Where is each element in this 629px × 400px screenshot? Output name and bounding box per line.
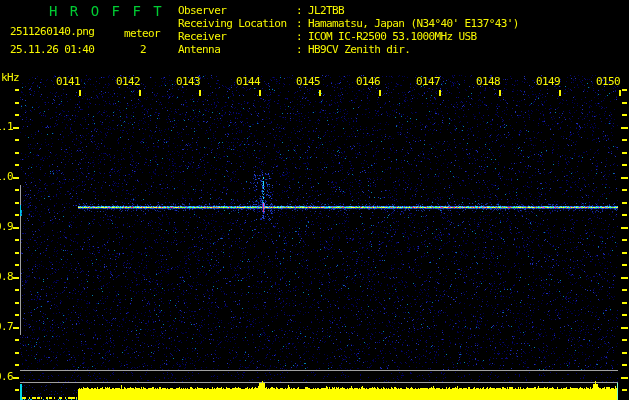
freq-tick-label: 1.0: [0, 171, 13, 183]
time-tick-label: 0145: [296, 76, 320, 88]
freq-tick-label: 0.7: [0, 321, 13, 333]
freq-tick-label: 0.9: [0, 221, 13, 233]
spectrogram-canvas: [0, 0, 629, 400]
station-label: Antenna: [178, 44, 296, 57]
station-info: Observer:JL2TBB Receiving Location:Hamam…: [178, 5, 519, 57]
capture-filename: 2511260140.png: [10, 26, 94, 38]
capture-datetime: 25.11.26 01:40: [10, 44, 94, 56]
time-tick-label: 0146: [356, 76, 380, 88]
app-title: H R O F F T: [49, 4, 164, 19]
time-tick-label: 0147: [416, 76, 440, 88]
station-row-antenna: Antenna:HB9CV Zenith dir.: [178, 44, 519, 57]
freq-tick-label: 1.1: [0, 121, 13, 133]
time-tick-label: 0144: [236, 76, 260, 88]
hrofft-window: H R O F F T 2511260140.png meteor 25.11.…: [0, 0, 629, 400]
time-tick-label: 0148: [476, 76, 500, 88]
time-tick-label: 0141: [56, 76, 80, 88]
station-value: HB9CV Zenith dir.: [308, 44, 410, 57]
time-tick-label: 0142: [116, 76, 140, 88]
meteor-count-label: meteor: [124, 28, 160, 40]
separator: :: [296, 44, 308, 57]
freq-tick-label: 0.8: [0, 271, 13, 283]
time-tick-label: 0149: [536, 76, 560, 88]
freq-axis-unit-label: kHz: [1, 72, 19, 84]
meteor-count-value: 2: [140, 44, 146, 56]
freq-tick-label: 0.6: [0, 371, 13, 383]
time-tick-label: 0150: [596, 76, 620, 88]
time-tick-label: 0143: [176, 76, 200, 88]
